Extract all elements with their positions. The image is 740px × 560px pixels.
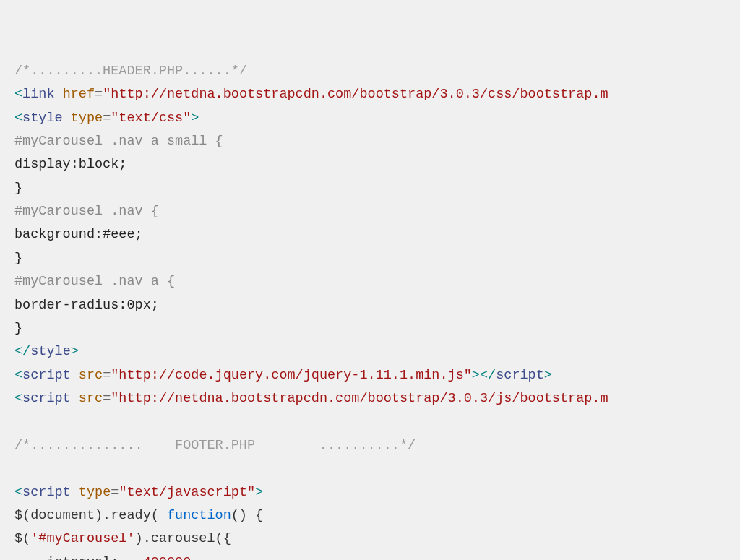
code-block: /*.........HEADER.PHP......*/ <link href…	[14, 60, 726, 560]
comment-footer: /*.............. FOOTER.PHP ..........*/	[14, 438, 416, 453]
comment-header: /*.........HEADER.PHP......*/	[14, 64, 247, 79]
